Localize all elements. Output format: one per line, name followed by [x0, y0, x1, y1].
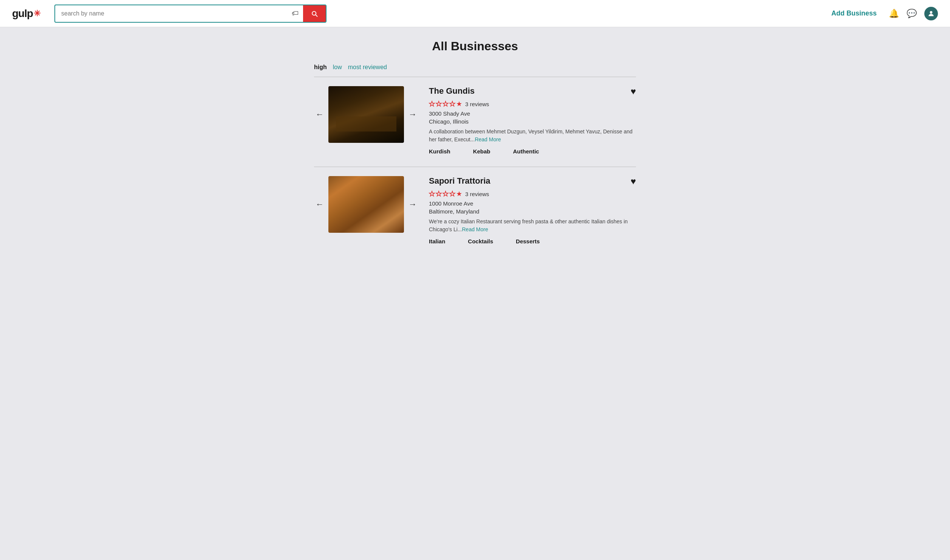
- business-card-sapori: ← → Sapori Trattoria ♥ ★ ★ ★ ★ ★ 3 revie…: [314, 176, 636, 244]
- star-4-sapori: ★: [449, 190, 455, 198]
- divider-top: [314, 77, 636, 77]
- business-name-row-sapori: Sapori Trattoria ♥: [429, 176, 636, 187]
- logo-star-icon: ✳: [34, 9, 40, 19]
- search-container: 🏷: [54, 5, 326, 23]
- business-image-gundis: [328, 86, 404, 143]
- svg-point-0: [930, 11, 933, 14]
- tag-authentic: Authentic: [513, 148, 539, 155]
- sort-low[interactable]: low: [333, 64, 342, 71]
- image-carousel-gundis: ← →: [314, 86, 418, 143]
- carousel-prev-sapori[interactable]: ←: [314, 198, 325, 211]
- tag-cocktails: Cocktails: [468, 238, 493, 244]
- review-count-sapori: 3 reviews: [465, 191, 489, 197]
- carousel-next-gundis[interactable]: →: [407, 108, 418, 121]
- star-1-sapori: ★: [429, 190, 435, 198]
- tag-kurdish: Kurdish: [429, 148, 450, 155]
- read-more-sapori[interactable]: Read More: [462, 226, 488, 232]
- message-icon[interactable]: 💬: [907, 9, 917, 19]
- city-sapori: Baltimore, Maryland: [429, 208, 636, 215]
- carousel-next-sapori[interactable]: →: [407, 198, 418, 211]
- add-business-link[interactable]: Add Business: [831, 9, 877, 17]
- divider-mid: [314, 167, 636, 167]
- carousel-prev-gundis[interactable]: ←: [314, 108, 325, 121]
- rating-row-gundis: ★ ★ ★ ★ ★ 3 reviews: [429, 100, 636, 108]
- business-info-gundis: The Gundis ♥ ★ ★ ★ ★ ★ 3 reviews 3000 Sh…: [429, 86, 636, 155]
- sort-most-reviewed[interactable]: most reviewed: [348, 64, 387, 71]
- image-carousel-sapori: ← →: [314, 176, 418, 233]
- search-input[interactable]: [55, 5, 287, 22]
- person-icon: [927, 10, 935, 17]
- tag-icon: 🏷: [287, 5, 303, 22]
- star-1-gundis: ★: [429, 100, 435, 108]
- star-2-sapori: ★: [436, 190, 442, 198]
- tag-kebab: Kebab: [473, 148, 490, 155]
- sort-filters: high low most reviewed: [314, 64, 636, 71]
- business-name-row-gundis: The Gundis ♥: [429, 86, 636, 97]
- tag-italian: Italian: [429, 238, 445, 244]
- star-3-gundis: ★: [443, 100, 449, 108]
- tags-sapori: Italian Cocktails Desserts: [429, 238, 636, 244]
- read-more-gundis[interactable]: Read More: [475, 136, 501, 142]
- sort-high[interactable]: high: [314, 64, 327, 71]
- star-4-gundis: ★: [449, 100, 455, 108]
- star-2-gundis: ★: [436, 100, 442, 108]
- logo-text: gulp: [12, 8, 33, 20]
- header-icons: 🔔 💬: [889, 7, 938, 20]
- stars-sapori: ★ ★ ★ ★ ★: [429, 190, 462, 198]
- main-content: All Businesses high low most reviewed ← …: [305, 27, 645, 269]
- business-name-gundis: The Gundis: [429, 86, 475, 96]
- address-gundis: 3000 Shady Ave: [429, 110, 636, 117]
- favorite-gundis[interactable]: ♥: [631, 86, 636, 97]
- star-5-sapori: ★: [456, 190, 462, 198]
- business-image-sapori: [328, 176, 404, 233]
- star-3-sapori: ★: [443, 190, 449, 198]
- page-title: All Businesses: [314, 39, 636, 53]
- search-button[interactable]: [303, 5, 326, 22]
- star-5-gundis: ★: [456, 100, 462, 108]
- search-icon: [311, 10, 318, 17]
- business-card-gundis: ← → The Gundis ♥ ★ ★ ★ ★ ★ 3 reviews 300…: [314, 86, 636, 155]
- city-gundis: Chicago, Illinois: [429, 118, 636, 125]
- business-info-sapori: Sapori Trattoria ♥ ★ ★ ★ ★ ★ 3 reviews 1…: [429, 176, 636, 244]
- favorite-sapori[interactable]: ♥: [631, 176, 636, 187]
- description-sapori: We're a cozy Italian Restaurant serving …: [429, 218, 636, 234]
- description-gundis: A collaboration between Mehmet Duzgun, V…: [429, 128, 636, 144]
- user-avatar[interactable]: [924, 7, 938, 20]
- stars-gundis: ★ ★ ★ ★ ★: [429, 100, 462, 108]
- tag-desserts: Desserts: [516, 238, 540, 244]
- business-name-sapori: Sapori Trattoria: [429, 176, 490, 186]
- tags-gundis: Kurdish Kebab Authentic: [429, 148, 636, 155]
- rating-row-sapori: ★ ★ ★ ★ ★ 3 reviews: [429, 190, 636, 198]
- address-sapori: 1000 Monroe Ave: [429, 200, 636, 207]
- header: gulp✳ 🏷 Add Business 🔔 💬: [0, 0, 950, 27]
- notification-icon[interactable]: 🔔: [889, 9, 899, 19]
- logo[interactable]: gulp✳: [12, 8, 42, 20]
- review-count-gundis: 3 reviews: [465, 101, 489, 107]
